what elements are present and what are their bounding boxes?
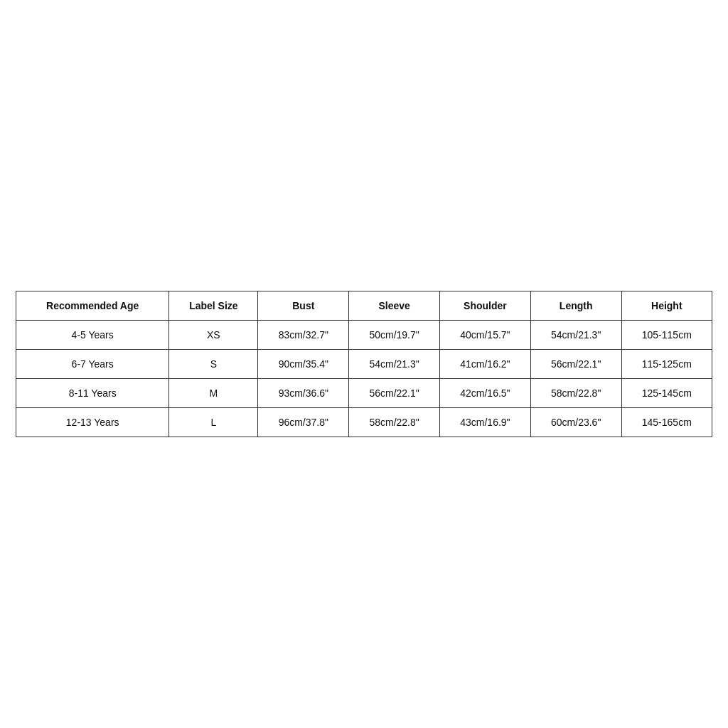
table-row: 4-5 YearsXS83cm/32.7"50cm/19.7"40cm/15.7… — [16, 321, 712, 350]
cell-length: 56cm/22.1" — [530, 350, 621, 379]
header-label-size: Label Size — [169, 291, 258, 321]
cell-label-size: M — [169, 379, 258, 408]
cell-age: 4-5 Years — [16, 321, 169, 350]
cell-length: 60cm/23.6" — [530, 408, 621, 437]
cell-bust: 93cm/36.6" — [258, 379, 349, 408]
cell-label-size: L — [169, 408, 258, 437]
cell-length: 58cm/22.8" — [530, 379, 621, 408]
cell-sleeve: 54cm/21.3" — [349, 350, 440, 379]
header-height: Height — [621, 291, 712, 321]
cell-sleeve: 50cm/19.7" — [349, 321, 440, 350]
cell-height: 115-125cm — [621, 350, 712, 379]
cell-age: 12-13 Years — [16, 408, 169, 437]
cell-bust: 96cm/37.8" — [258, 408, 349, 437]
header-sleeve: Sleeve — [349, 291, 440, 321]
cell-shoulder: 40cm/15.7" — [440, 321, 531, 350]
header-bust: Bust — [258, 291, 349, 321]
header-shoulder: Shoulder — [440, 291, 531, 321]
cell-length: 54cm/21.3" — [530, 321, 621, 350]
cell-height: 145-165cm — [621, 408, 712, 437]
table-row: 6-7 YearsS90cm/35.4"54cm/21.3"41cm/16.2"… — [16, 350, 712, 379]
table-row: 8-11 YearsM93cm/36.6"56cm/22.1"42cm/16.5… — [16, 379, 712, 408]
cell-height: 125-145cm — [621, 379, 712, 408]
cell-bust: 83cm/32.7" — [258, 321, 349, 350]
cell-age: 6-7 Years — [16, 350, 169, 379]
cell-bust: 90cm/35.4" — [258, 350, 349, 379]
header-length: Length — [530, 291, 621, 321]
cell-sleeve: 56cm/22.1" — [349, 379, 440, 408]
cell-label-size: S — [169, 350, 258, 379]
header-recommended-age: Recommended Age — [16, 291, 169, 321]
cell-age: 8-11 Years — [16, 379, 169, 408]
cell-label-size: XS — [169, 321, 258, 350]
cell-height: 105-115cm — [621, 321, 712, 350]
table-header-row: Recommended Age Label Size Bust Sleeve S… — [16, 291, 712, 321]
cell-sleeve: 58cm/22.8" — [349, 408, 440, 437]
size-chart-table: Recommended Age Label Size Bust Sleeve S… — [16, 291, 712, 437]
size-chart-container: Recommended Age Label Size Bust Sleeve S… — [16, 291, 712, 437]
cell-shoulder: 41cm/16.2" — [440, 350, 531, 379]
cell-shoulder: 42cm/16.5" — [440, 379, 531, 408]
table-row: 12-13 YearsL96cm/37.8"58cm/22.8"43cm/16.… — [16, 408, 712, 437]
cell-shoulder: 43cm/16.9" — [440, 408, 531, 437]
